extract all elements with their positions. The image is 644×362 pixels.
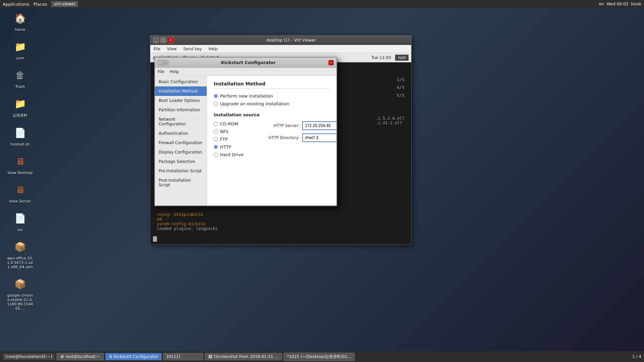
taskbar-item4[interactable]: 🖼 [Screenshot from 2018-01-21 ... [205, 353, 282, 360]
terminal-icon: 🖥 [60, 354, 64, 359]
ftp-label: FTP [220, 137, 228, 142]
desktop-icon-hostset[interactable]: 📄 hostset.sh [7, 125, 34, 146]
places-menu[interactable]: Places [33, 2, 47, 7]
maintenance-icon-label: 运维资料 [13, 113, 28, 118]
ftp-radio[interactable] [214, 137, 218, 141]
perform-new-label: Perform new installation [220, 94, 273, 99]
desktop-icon-trash[interactable]: 🗑 Trash [7, 67, 34, 89]
view-desktop-icon-label: View Desktop [8, 171, 33, 175]
sidebar-item-pre-install[interactable]: Pre-Installation Script [155, 166, 207, 176]
close-button[interactable]: ✕ [168, 37, 174, 43]
hard-drive-radio[interactable] [214, 153, 218, 157]
home-icon-label: home [15, 27, 25, 32]
iso-icon-label: iso [17, 228, 23, 232]
desktop-icon-view-desktop[interactable]: 🖥 View Desktop [7, 153, 34, 175]
http-server-input[interactable] [302, 121, 336, 130]
vv-file-menu[interactable]: File [152, 46, 162, 52]
sidebar-item-partition-info[interactable]: Partition Information [155, 105, 207, 115]
ks-section-title: Installation Method [214, 81, 330, 89]
desktop-icon-iso[interactable]: 📄 iso [7, 210, 34, 232]
taskbar-bottom: [root@foundation45:~] 🖥 root@localhost:~… [0, 351, 644, 362]
virt-viewer-title: desktop (1) – Virt Viewer [174, 38, 409, 43]
taskbar-item5[interactable]: *1021 (~/Desktop/运维资料/01... [283, 353, 355, 361]
upgrade-existing-label: Upgrade an existing installation [220, 101, 289, 106]
nfs-radio[interactable] [214, 129, 218, 134]
sidebar-item-display-config[interactable]: Display Configuration [155, 147, 207, 157]
virt-viewer-tab[interactable]: virt-viewer [51, 1, 78, 7]
taskbar-terminal[interactable]: 🖥 root@localhost:~ [56, 353, 104, 360]
item3-label: [0121] [167, 354, 180, 359]
ftp-radio-label[interactable]: FTP [214, 137, 254, 142]
ks-maximize-button[interactable]: □ [163, 60, 168, 65]
hard-drive-radio-label[interactable]: Hard Drive [214, 152, 254, 157]
start-label: [root@foundation45:~] [5, 354, 52, 359]
sidebar-item-package-selection[interactable]: Package Selection [155, 157, 207, 166]
clock: Wed 00:03 [607, 2, 629, 6]
desktop-icon-view-server[interactable]: 🖥 View Server [7, 182, 34, 203]
sidebar-item-boot-loader[interactable]: Boot Loader Options [155, 96, 207, 105]
taskbar-start[interactable]: [root@foundation45:~] [3, 353, 55, 360]
ks-titlebar: _ □ Kickstart Configurator ✕ [155, 58, 336, 68]
sidebar-item-post-install[interactable]: Post-Installation Script [155, 176, 207, 190]
http-radio[interactable] [214, 145, 218, 149]
taskbar-page-info: 1 / 4 [632, 354, 641, 359]
item4-label: [Screenshot from 2018-01-21 ... [214, 354, 278, 359]
perform-new-radio[interactable] [214, 94, 218, 98]
wps-icon-label: wps-office-10.1.0.5672-1.a21.x86_64.rpm [7, 256, 34, 269]
terminal-version-1: .1.5.2-6.el7 [375, 116, 405, 121]
sidebar-item-firewall-config[interactable]: Firewall Configuration [155, 138, 207, 147]
hostset-icon: 📄 [12, 125, 28, 141]
wps-icon: 📦 [12, 239, 28, 255]
terminal-warning: rning: GtkSpinButto ed ystem-config-kick… [157, 212, 405, 231]
perform-new-radio-label[interactable]: Perform new installation [214, 94, 330, 99]
kickstart-dialog: _ □ Kickstart Configurator ✕ File Help B… [154, 57, 337, 206]
sidebar-item-authentication[interactable]: Authentication [155, 129, 207, 138]
desktop: Applications Places virt-viewer en Wed 0… [0, 0, 644, 362]
http-label: HTTP [220, 144, 231, 149]
taskbar-top: Applications Places virt-viewer en Wed 0… [0, 0, 644, 8]
ks-main-content: Installation Method Perform new installa… [207, 76, 336, 205]
taskbar-top-left: Applications Places virt-viewer [3, 1, 78, 7]
desktop-icon-home[interactable]: 🏠 home [7, 10, 34, 32]
locale-indicator: en [599, 2, 604, 6]
ks-menubar: File Help [155, 68, 336, 76]
desktop-icon-wps[interactable]: 📦 wps-office-10.1.0.5672-1.a21.x86_64.rp… [7, 239, 34, 269]
cursor-block [153, 236, 157, 242]
sidebar-item-network-config[interactable]: Network Configuration [155, 115, 207, 129]
cd-rom-radio-label[interactable]: CD-ROM [214, 121, 254, 126]
user-label: kiosk [631, 2, 641, 6]
ks-file-menu[interactable]: File [158, 69, 164, 74]
http-dir-input[interactable] [302, 133, 336, 142]
virt-viewer-titlebar: _ □ ✕ desktop (1) – Virt Viewer [150, 36, 411, 45]
vv-view-menu[interactable]: View [166, 46, 178, 52]
source-title: Installation source [214, 112, 330, 117]
upgrade-existing-radio-label[interactable]: Upgrade an existing installation [214, 101, 330, 106]
desktop-icon-maintenance[interactable]: 📁 运维资料 [7, 96, 34, 118]
cd-rom-radio[interactable] [214, 122, 218, 126]
taskbar-item3[interactable]: [0121] [163, 353, 203, 360]
nfs-radio-label[interactable]: NFS [214, 129, 254, 134]
source-fields: HTTP Server: HTTP Directory: [266, 121, 336, 157]
sidebar-item-installation-method[interactable]: Installation Method [155, 86, 207, 96]
hard-drive-label: Hard Drive [220, 152, 244, 157]
ks-minimize-button[interactable]: _ [158, 60, 163, 65]
maximize-button[interactable]: □ [160, 37, 166, 43]
upgrade-existing-radio[interactable] [214, 102, 218, 106]
minimize-button[interactable]: _ [153, 37, 159, 43]
desktop-icon-yum[interactable]: 📁 yum [7, 39, 34, 60]
chrome-icon-label: google-chrome-stable-21.0.1180.89-154005… [7, 293, 34, 311]
http-radio-label[interactable]: HTTP [214, 144, 254, 149]
vv-help-menu[interactable]: Help [207, 46, 219, 52]
sidebar-item-basic-config[interactable]: Basic Configuration [155, 77, 207, 86]
virt-viewer-window-controls: _ □ ✕ [153, 37, 174, 43]
vv-sendkey-menu[interactable]: Send key [182, 46, 203, 52]
desktop-icon-chrome[interactable]: 📦 google-chrome-stable-21.0.1180.89-1540… [7, 276, 34, 311]
terminal-version-2: .1.41-2.el7 [375, 121, 405, 125]
http-server-row: HTTP Server: [266, 121, 336, 130]
taskbar-kickstart[interactable]: ⚙ Kickstart Configurator [105, 353, 162, 360]
ks-help-menu[interactable]: Help [170, 69, 179, 74]
chrome-icon: 📦 [12, 276, 28, 292]
applications-menu[interactable]: Applications [3, 2, 29, 7]
http-dir-label: HTTP Directory: [266, 135, 300, 140]
ks-close-button[interactable]: ✕ [328, 60, 334, 65]
